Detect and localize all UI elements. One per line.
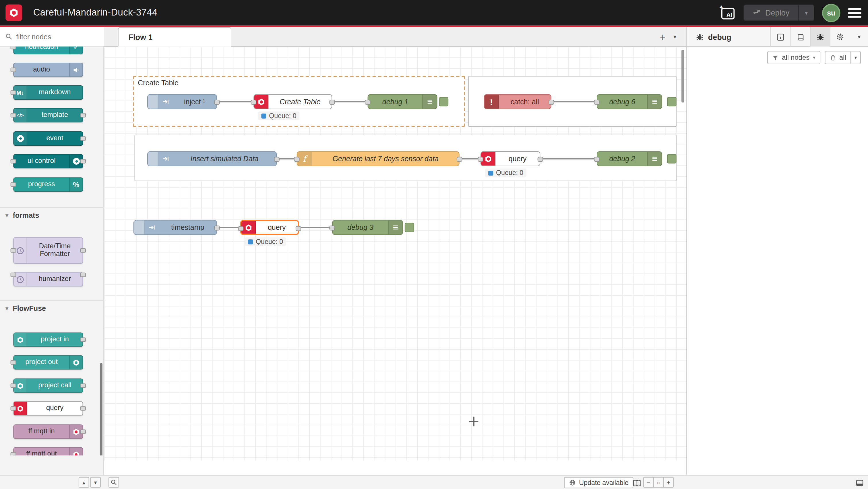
palette-node-humanizer[interactable]: humanizer (13, 272, 83, 286)
palette-node-template[interactable]: </> template (13, 108, 83, 122)
inject-trigger-button[interactable] (148, 152, 158, 166)
input-port[interactable] (477, 157, 483, 162)
output-port[interactable] (274, 157, 280, 162)
input-port[interactable] (11, 248, 16, 253)
deploy-options-button[interactable]: ▾ (798, 5, 814, 20)
palette-section-formats[interactable]: ▾ formats (0, 207, 104, 223)
input-port[interactable] (594, 100, 599, 105)
input-port[interactable] (11, 90, 16, 94)
node-query-2[interactable]: query (480, 151, 540, 166)
palette-scroll-down-button[interactable]: ▾ (90, 477, 101, 488)
palette-node-ff-mqtt-out[interactable]: ff mqtt out (13, 447, 83, 455)
zoom-in-button[interactable]: + (663, 477, 674, 488)
output-port[interactable] (81, 338, 86, 342)
flow-list-button[interactable]: ▾ (673, 33, 677, 40)
output-port[interactable] (81, 136, 86, 141)
palette-node-project-in[interactable]: project in (13, 333, 83, 347)
palette-filter-input[interactable] (16, 32, 88, 41)
input-port[interactable] (294, 157, 299, 162)
output-port[interactable] (81, 248, 86, 253)
tab-config[interactable] (830, 27, 849, 47)
node-debug-3[interactable]: debug 3 (332, 220, 403, 235)
palette-scroll-up-button[interactable]: ▴ (79, 477, 89, 488)
flow-canvas[interactable]: Create Table (104, 47, 687, 461)
input-port[interactable] (11, 272, 16, 277)
input-port[interactable] (594, 157, 599, 162)
input-port[interactable] (238, 226, 243, 231)
palette-node-progress[interactable]: progress % (13, 177, 83, 192)
node-inject-1[interactable]: inject ¹ (147, 94, 217, 109)
input-port[interactable] (251, 100, 256, 105)
palette-node-event[interactable]: event (13, 131, 83, 146)
output-port[interactable] (81, 159, 86, 164)
tab-debug[interactable] (810, 27, 830, 47)
add-flow-button[interactable]: + (660, 32, 665, 42)
input-port[interactable] (11, 182, 16, 187)
palette-section-flowfuse[interactable]: ▾ FlowFuse (0, 300, 104, 316)
input-port[interactable] (11, 360, 16, 365)
output-port[interactable] (214, 100, 220, 105)
palette-scrollbar[interactable] (100, 363, 102, 455)
input-port[interactable] (11, 47, 16, 50)
input-port[interactable] (11, 383, 16, 388)
output-port[interactable] (81, 430, 86, 434)
palette-search[interactable] (0, 27, 104, 47)
debug-enable-toggle[interactable] (667, 97, 677, 107)
debug-filter-button[interactable]: all nodes ▾ (768, 51, 820, 64)
node-debug-2[interactable]: debug 2 (597, 151, 662, 166)
output-port[interactable] (549, 100, 554, 105)
debug-enable-toggle[interactable] (667, 154, 677, 164)
palette-node-audio[interactable]: audio (13, 63, 83, 77)
palette-node-project-call[interactable]: project call (13, 378, 83, 393)
palette-node-markdown[interactable]: M↓ markdown (13, 85, 83, 100)
node-debug-6[interactable]: debug 6 (597, 94, 662, 109)
clear-options-button[interactable]: ▾ (850, 51, 860, 63)
update-available-button[interactable]: Update available (564, 477, 633, 488)
sidebar-menu-button[interactable]: ▾ (849, 27, 868, 47)
input-port[interactable] (11, 452, 16, 456)
tab-flow-1[interactable]: Flow 1 (118, 27, 231, 47)
palette-node-notification[interactable]: notification ✓ (13, 47, 83, 54)
main-menu-button[interactable] (848, 8, 861, 18)
deploy-button[interactable]: Deploy (744, 5, 798, 20)
output-port[interactable] (538, 157, 543, 162)
debug-clear-button[interactable]: all (825, 51, 850, 63)
input-port[interactable] (11, 159, 16, 164)
output-port[interactable] (330, 100, 335, 105)
canvas-search-button[interactable] (108, 477, 119, 488)
node-generate-sensor-data[interactable]: f Generate last 7 days sensor data (297, 151, 460, 166)
debug-enable-toggle[interactable] (439, 97, 448, 107)
output-port[interactable] (81, 113, 86, 117)
ai-assistant-button[interactable]: ✦ AI (719, 4, 736, 21)
output-port[interactable] (81, 383, 86, 388)
node-insert-simulated-data[interactable]: Insert simulated Data (147, 151, 277, 166)
node-create-table[interactable]: Create Table (253, 94, 332, 109)
tab-info[interactable] (770, 27, 790, 47)
flow-map-button[interactable] (631, 477, 642, 488)
input-port[interactable] (330, 226, 335, 230)
input-port[interactable] (11, 406, 16, 410)
input-port[interactable] (11, 67, 16, 72)
palette-node-ff-mqtt-in[interactable]: ff mqtt in (13, 424, 83, 439)
node-debug-1[interactable]: debug 1 (368, 94, 437, 109)
zoom-reset-button[interactable]: ○ (653, 477, 664, 488)
palette-node-query[interactable]: query (13, 401, 83, 415)
user-avatar[interactable]: su (822, 4, 840, 22)
console-toggle-button[interactable] (854, 477, 865, 488)
inject-trigger-button[interactable] (134, 221, 145, 234)
input-port[interactable] (365, 100, 370, 105)
node-query-3-selected[interactable]: query (240, 220, 299, 235)
inject-trigger-button[interactable] (148, 95, 158, 109)
palette-node-datetime-formatter[interactable]: Date/Time Formatter (13, 237, 83, 264)
canvas-vertical-scrollbar[interactable] (681, 50, 684, 103)
palette-node-ui-control[interactable]: ui control (13, 154, 83, 168)
output-port[interactable] (81, 406, 86, 410)
palette-node-project-out[interactable]: project out (13, 355, 83, 370)
debug-enable-toggle[interactable] (405, 223, 414, 232)
output-port[interactable] (296, 226, 301, 231)
zoom-out-button[interactable]: − (643, 477, 654, 488)
tab-help[interactable] (790, 27, 810, 47)
output-port[interactable] (214, 226, 220, 230)
output-port[interactable] (81, 272, 86, 277)
node-catch-all[interactable]: ! catch: all (484, 94, 551, 109)
